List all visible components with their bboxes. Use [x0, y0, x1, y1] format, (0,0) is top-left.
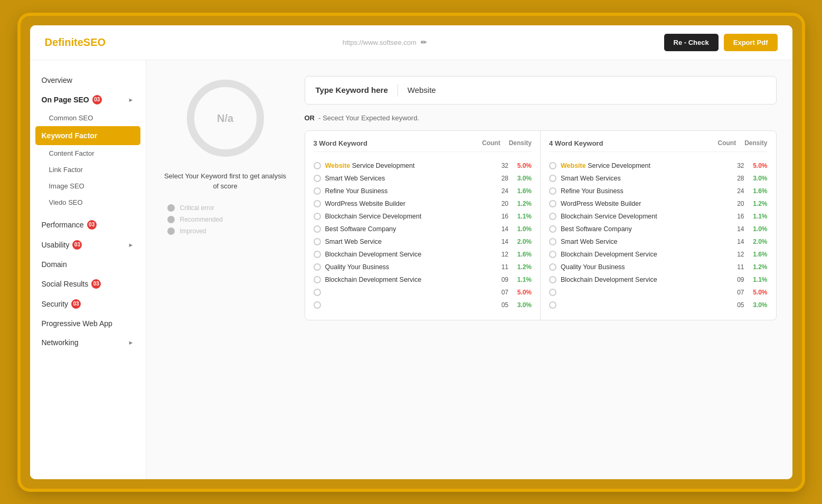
sidebar-item-domain[interactable]: Domain — [30, 255, 146, 274]
table-row[interactable]: 05 3.0% — [549, 299, 768, 311]
table-row[interactable]: Quality Your Business 11 1.2% — [314, 261, 532, 273]
kw-radio[interactable] — [549, 263, 556, 271]
sidebar-item-link-factor[interactable]: Link Factor — [30, 161, 146, 178]
legend-item-recommended: Recommended — [167, 216, 289, 223]
kw-radio[interactable] — [549, 200, 556, 207]
kw-density: 3.0% — [749, 301, 768, 309]
sidebar-item-performance[interactable]: Performance 03 — [30, 215, 146, 235]
kw-radio[interactable] — [314, 162, 321, 169]
table-row[interactable]: 05 3.0% — [314, 299, 532, 311]
table-row[interactable]: Blockchain Service Development 16 1.1% — [314, 210, 532, 223]
kw-radio[interactable] — [314, 263, 321, 271]
export-button[interactable]: Export Pdf — [724, 34, 778, 51]
kw-count: 28 — [494, 175, 508, 182]
gauge-container: N/a — [183, 76, 268, 160]
sidebar-item-security[interactable]: Security 03 — [30, 294, 146, 314]
col2-title: 4 Word Keyword — [549, 139, 603, 147]
table-row[interactable]: Smart Web Service 14 2.0% — [549, 235, 768, 248]
kw-radio[interactable] — [314, 200, 321, 207]
sidebar-item-keyword-factor[interactable]: Keyword Factor — [35, 126, 140, 145]
kw-radio[interactable] — [314, 175, 321, 182]
kw-radio[interactable] — [314, 238, 321, 245]
kw-name: Best Software Company — [325, 225, 490, 233]
recheck-button[interactable]: Re - Check — [664, 34, 719, 51]
sidebar: Overview On Page SEO 03 ► Common SEO Key… — [30, 60, 146, 479]
table-row[interactable]: Smart Web Services 28 3.0% — [549, 172, 768, 185]
table-row[interactable]: Blockchain Development Service 12 1.6% — [549, 248, 768, 261]
table-row[interactable]: Blockchain Development Service 09 1.1% — [314, 273, 532, 286]
table-row[interactable]: Smart Web Services 28 3.0% — [314, 172, 532, 185]
kw-count: 24 — [494, 187, 508, 195]
kw-density: 2.0% — [749, 238, 768, 245]
kw-radio[interactable] — [314, 213, 321, 220]
table-row[interactable]: Refine Your Business 24 1.6% — [314, 185, 532, 197]
sidebar-item-pwa[interactable]: Progressive Web App — [30, 314, 146, 333]
table-row[interactable]: WordPress Website Builder 20 1.2% — [549, 197, 768, 210]
kw-density: 1.2% — [749, 200, 768, 207]
kw-density: 1.1% — [749, 276, 768, 283]
table-row[interactable]: 07 5.0% — [549, 286, 768, 299]
kw-radio[interactable] — [314, 225, 321, 233]
sidebar-item-common-seo[interactable]: Common SEO — [30, 110, 146, 126]
table-row[interactable]: Best Software Company 14 1.0% — [549, 223, 768, 235]
sidebar-item-usability[interactable]: Usability 03 ► — [30, 235, 146, 255]
kw-radio[interactable] — [549, 213, 556, 220]
table-row[interactable]: 07 5.0% — [314, 286, 532, 299]
kw-radio[interactable] — [549, 187, 556, 195]
kw-radio[interactable] — [314, 187, 321, 195]
kw-count: 16 — [730, 213, 744, 220]
kw-radio[interactable] — [549, 251, 556, 258]
kw-name: Blockchain Development Service — [325, 251, 490, 258]
kw-density: 5.0% — [749, 289, 768, 296]
table-row[interactable]: Refine Your Business 24 1.6% — [549, 185, 768, 197]
legend-dot-critical — [167, 204, 175, 212]
col2-count-label: Count — [717, 139, 736, 147]
sidebar-item-social-results[interactable]: Social Results 03 — [30, 274, 146, 294]
keyword-input-row: Type Keyword here — [305, 76, 777, 104]
kw-radio[interactable] — [314, 276, 321, 283]
kw-density: 1.6% — [749, 251, 768, 258]
kw-name: Quality Your Business — [325, 263, 490, 271]
sidebar-item-image-seo[interactable]: Image SEO — [30, 178, 146, 194]
sidebar-item-overview[interactable]: Overview — [30, 71, 146, 90]
kw-count: 20 — [494, 200, 508, 207]
table-row[interactable]: Blockchain Development Service 09 1.1% — [549, 273, 768, 286]
edit-icon[interactable]: ✏ — [421, 38, 427, 46]
kw-density: 3.0% — [513, 301, 532, 309]
sidebar-item-networking[interactable]: Networking ► — [30, 333, 146, 352]
kw-density: 1.6% — [513, 187, 532, 195]
table-row[interactable]: WordPress Website Builder 20 1.2% — [314, 197, 532, 210]
kw-radio[interactable] — [314, 301, 321, 309]
table-row[interactable]: Quality Your Business 11 1.2% — [549, 261, 768, 273]
table-row[interactable]: Website Service Development 32 5.0% — [549, 159, 768, 172]
kw-count: 32 — [494, 162, 508, 169]
keyword-field[interactable] — [408, 85, 766, 94]
table-row[interactable]: Website Service Development 32 5.0% — [314, 159, 532, 172]
kw-count: 32 — [730, 162, 744, 169]
kw-density: 1.6% — [513, 251, 532, 258]
kw-radio[interactable] — [549, 162, 556, 169]
kw-density: 1.0% — [513, 225, 532, 233]
table-row[interactable]: Blockchain Service Development 16 1.1% — [549, 210, 768, 223]
keyword-table-container: 3 Word Keyword Count Density Websi — [305, 130, 777, 320]
kw-radio[interactable] — [549, 301, 556, 309]
kw-radio[interactable] — [314, 289, 321, 296]
legend-item-improved: Improved — [167, 227, 289, 235]
table-row[interactable]: Smart Web Service 14 2.0% — [314, 235, 532, 248]
table-row[interactable]: Blockchain Development Service 12 1.6% — [314, 248, 532, 261]
kw-radio[interactable] — [549, 289, 556, 296]
legend-list: Critical error Recommended Improved — [162, 204, 289, 235]
kw-density: 1.1% — [513, 213, 532, 220]
sidebar-item-content-factor[interactable]: Content Factor — [30, 145, 146, 161]
kw-name: Blockchain Development Service — [325, 276, 490, 283]
kw-radio[interactable] — [549, 238, 556, 245]
sidebar-item-video-seo[interactable]: Viedo SEO — [30, 194, 146, 211]
sidebar-item-on-page-seo[interactable]: On Page SEO 03 ► — [30, 90, 146, 110]
kw-count: 14 — [494, 238, 508, 245]
kw-radio[interactable] — [549, 175, 556, 182]
kw-radio[interactable] — [549, 276, 556, 283]
kw-radio[interactable] — [314, 251, 321, 258]
kw-radio[interactable] — [549, 225, 556, 233]
kw-count: 14 — [494, 225, 508, 233]
table-row[interactable]: Best Software Company 14 1.0% — [314, 223, 532, 235]
